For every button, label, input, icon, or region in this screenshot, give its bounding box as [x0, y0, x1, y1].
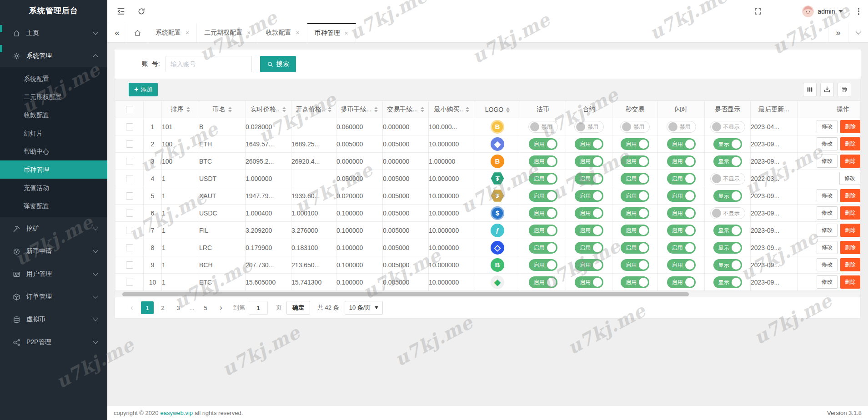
delete-button[interactable]: 删除 [840, 137, 860, 150]
delete-button[interactable]: 删除 [840, 120, 860, 133]
print-icon[interactable] [838, 83, 851, 96]
toggle-contract[interactable]: 启用 [575, 242, 603, 254]
prev-page-button[interactable]: ‹ [125, 301, 138, 314]
edit-button[interactable]: 修改 [817, 189, 838, 202]
toggle-visible[interactable]: 不显示 [710, 207, 745, 219]
edit-button[interactable]: 修改 [839, 172, 860, 185]
toggle-visible[interactable]: 显示 [713, 138, 742, 150]
toggle-visible[interactable]: 显示 [713, 276, 742, 288]
toggle-fiat[interactable]: 启用 [529, 173, 557, 185]
toggle-seconds-trade[interactable]: 启用 [621, 207, 649, 219]
toggle-fiat[interactable]: 启用 [529, 242, 557, 254]
tabs-scroll-right-icon[interactable]: » [828, 23, 848, 42]
sidebar-subitem[interactable]: 弹窗配置 [0, 197, 107, 215]
sort-carets-icon[interactable] [186, 107, 190, 112]
delete-button[interactable]: 删除 [840, 189, 860, 202]
toggle-contract[interactable]: 启用 [575, 276, 603, 288]
toggle-visible[interactable]: 显示 [713, 259, 742, 271]
sidebar-item-new-coin[interactable]: 新币申请 [0, 240, 107, 263]
toggle-contract[interactable]: 启用 [575, 173, 603, 185]
page-button-3[interactable]: 3 [172, 301, 185, 314]
tab-close-icon[interactable]: × [345, 30, 348, 37]
sidebar-subitem[interactable]: 二元期权配置 [0, 88, 107, 106]
toggle-flash-swap[interactable]: 启用 [667, 190, 696, 202]
toggle-flash-swap[interactable]: 启用 [667, 242, 696, 254]
sidebar-subitem[interactable]: 幻灯片 [0, 124, 107, 142]
add-button[interactable]: + 添加 [129, 83, 158, 96]
tab-二元期权配置[interactable]: 二元期权配置× [197, 23, 258, 42]
toggle-visible[interactable]: 显示 [713, 242, 742, 254]
edit-button[interactable]: 修改 [817, 120, 838, 133]
column-header-开盘价格..[interactable]: 开盘价格.. [291, 101, 336, 118]
tab-币种管理[interactable]: 币种管理× [307, 23, 356, 42]
toggle-visible[interactable]: 不显示 [710, 173, 745, 185]
toggle-visible[interactable]: 显示 [713, 155, 742, 167]
column-header-最小购买..[interactable]: 最小购买.. [429, 101, 475, 118]
column-header-币名[interactable]: 币名 [199, 101, 246, 118]
column-header-交易手续...[interactable]: 交易手续... [383, 101, 429, 118]
page-size-select[interactable]: 10 条/页 [345, 301, 383, 315]
toggle-fiat[interactable]: 启用 [529, 259, 557, 271]
row-checkbox[interactable] [126, 210, 133, 217]
sort-carets-icon[interactable] [506, 107, 510, 113]
column-header-排序[interactable]: 排序 [162, 101, 199, 118]
column-header-实时价格..[interactable]: 实时价格.. [246, 101, 291, 118]
easyweb-link[interactable]: easyweb.vip [160, 410, 193, 416]
tabs-scroll-left-icon[interactable]: « [107, 23, 127, 42]
toggle-seconds-trade[interactable]: 禁用 [620, 121, 650, 133]
toggle-seconds-trade[interactable]: 启用 [621, 138, 649, 150]
row-checkbox[interactable] [126, 175, 133, 182]
edit-button[interactable]: 修改 [817, 275, 838, 289]
page-button-2[interactable]: 2 [156, 301, 169, 314]
horizontal-scrollbar[interactable] [115, 291, 860, 297]
toggle-fiat[interactable]: 启用 [529, 207, 557, 219]
sidebar-item-users[interactable]: 用户管理 [0, 263, 107, 285]
account-input[interactable] [166, 56, 252, 72]
sort-carets-icon[interactable] [228, 107, 232, 112]
delete-button[interactable]: 删除 [840, 275, 860, 289]
sidebar-subitem-active[interactable]: 币种管理 [0, 160, 107, 179]
tab-收款配置[interactable]: 收款配置× [258, 23, 307, 42]
page-button-5[interactable]: 5 [199, 301, 212, 314]
toggle-flash-swap[interactable]: 启用 [667, 207, 696, 219]
toggle-seconds-trade[interactable]: 启用 [621, 155, 649, 167]
toggle-contract[interactable]: 启用 [575, 190, 603, 202]
tab-close-icon[interactable]: × [186, 29, 189, 36]
edit-button[interactable]: 修改 [817, 155, 838, 168]
toggle-fiat[interactable]: 启用 [529, 225, 557, 236]
sidebar-subitem[interactable]: 系统配置 [0, 70, 107, 88]
toggle-seconds-trade[interactable]: 启用 [621, 259, 649, 271]
scrollbar-thumb[interactable] [122, 292, 689, 296]
sidebar-item-home[interactable]: 主页 [0, 22, 107, 45]
edit-button[interactable]: 修改 [817, 258, 838, 271]
toggle-flash-swap[interactable]: 启用 [667, 225, 696, 236]
username[interactable]: admin [818, 8, 835, 15]
delete-button[interactable]: 删除 [840, 224, 860, 237]
delete-button[interactable]: 删除 [840, 241, 860, 254]
row-checkbox[interactable] [126, 123, 133, 130]
sidebar-subitem[interactable]: 收款配置 [0, 106, 107, 124]
sort-carets-icon[interactable] [421, 107, 424, 112]
search-button[interactable]: 搜索 [260, 56, 296, 72]
tab-close-icon[interactable]: × [296, 29, 299, 36]
sidebar-item-mining[interactable]: 挖矿 [0, 217, 107, 240]
row-checkbox[interactable] [126, 261, 133, 269]
row-checkbox[interactable] [126, 192, 133, 200]
edit-button[interactable]: 修改 [817, 241, 838, 254]
toggle-contract[interactable]: 启用 [575, 138, 603, 150]
toggle-fiat[interactable]: 禁用 [528, 121, 558, 133]
toggle-visible[interactable]: 显示 [713, 225, 742, 236]
edit-button[interactable]: 修改 [817, 206, 838, 220]
toggle-contract[interactable]: 启用 [575, 225, 603, 236]
toggle-seconds-trade[interactable]: 启用 [621, 225, 649, 236]
edit-button[interactable]: 修改 [817, 224, 838, 237]
row-checkbox[interactable] [126, 140, 133, 148]
select-all-checkbox[interactable] [126, 106, 133, 113]
avatar[interactable] [802, 5, 814, 17]
sort-carets-icon[interactable] [466, 107, 469, 112]
row-checkbox[interactable] [126, 158, 133, 165]
sort-carets-icon[interactable] [328, 107, 331, 112]
toggle-fiat[interactable]: 启用 [529, 276, 557, 288]
toggle-contract[interactable]: 启用 [575, 207, 603, 219]
sidebar-subitem[interactable]: 帮助中心 [0, 142, 107, 160]
